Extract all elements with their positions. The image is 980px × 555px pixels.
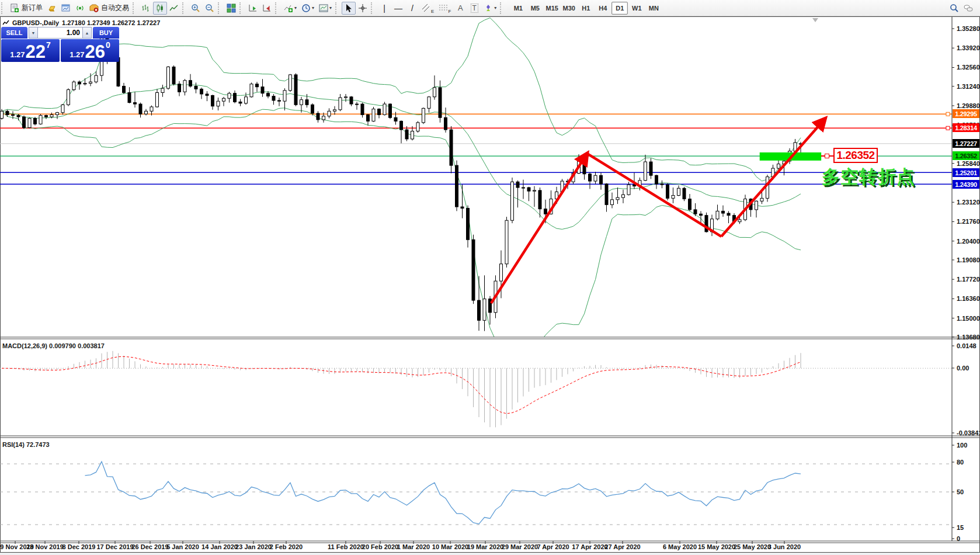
label-tool-button[interactable]: T xyxy=(467,2,481,15)
cursor-icon xyxy=(344,4,353,13)
search-button[interactable] xyxy=(947,2,961,15)
trendline-tool-button[interactable]: / xyxy=(405,2,419,15)
bar-chart-icon xyxy=(141,4,151,13)
svg-text:26 Dec 2019: 26 Dec 2019 xyxy=(132,543,169,550)
crosshair-tool-button[interactable] xyxy=(356,2,370,15)
channel-tool-button[interactable]: E xyxy=(419,2,436,15)
toolbar-grip xyxy=(133,2,138,14)
tile-windows-button[interactable] xyxy=(224,2,238,15)
signals-button[interactable] xyxy=(73,2,87,15)
svg-text:17 Apr 2020: 17 Apr 2020 xyxy=(572,543,607,550)
zoom-in-button[interactable] xyxy=(189,2,203,15)
shapes-tool-button[interactable]: ▾ xyxy=(481,2,499,15)
label-tool-icon: T xyxy=(471,4,478,13)
market-watch-button[interactable] xyxy=(45,2,59,15)
svg-text:1.32560: 1.32560 xyxy=(957,64,980,71)
hline-tool-button[interactable]: — xyxy=(391,2,405,15)
symbol-title: GBPUSD-,Daily xyxy=(12,19,59,26)
svg-text:1.25840: 1.25840 xyxy=(957,160,980,167)
svg-text:7 Apr 2020: 7 Apr 2020 xyxy=(537,543,569,550)
templates-button[interactable]: ▾ xyxy=(317,2,334,15)
price-tag-resistance-upper[interactable]: 1.29295 xyxy=(953,109,979,118)
tab-timeframe-h4[interactable]: H4 xyxy=(595,2,611,15)
svg-text:1.29880: 1.29880 xyxy=(957,102,980,109)
bar-chart-mode-button[interactable] xyxy=(139,2,153,15)
svg-text:1.16360: 1.16360 xyxy=(957,295,980,302)
indicators-icon xyxy=(284,4,293,13)
cursor-tool-button[interactable] xyxy=(342,2,356,15)
shapes-icon xyxy=(484,4,493,13)
sell-tab[interactable]: SELL xyxy=(1,27,27,39)
toolbar-grip xyxy=(239,2,245,14)
indicators-button[interactable]: ▾ xyxy=(282,2,299,15)
line-chart-mode-button[interactable] xyxy=(167,2,181,15)
zoom-out-button[interactable] xyxy=(203,2,217,15)
auto-scroll-icon xyxy=(248,4,258,13)
tab-timeframe-h1[interactable]: H1 xyxy=(578,2,594,15)
price-callout-box[interactable]: 1.26352 xyxy=(833,148,878,163)
volume-input[interactable]: 1.00 xyxy=(38,27,82,39)
crosshair-icon xyxy=(358,4,367,13)
chart-shift-button[interactable] xyxy=(260,2,274,15)
svg-text:100: 100 xyxy=(957,442,967,449)
buy-tab[interactable]: BUY xyxy=(93,27,119,39)
fibonacci-label: F xyxy=(448,9,451,14)
price-tag-resistance-lower[interactable]: 1.28314 xyxy=(953,123,979,132)
svg-text:1.33920: 1.33920 xyxy=(957,44,980,51)
fibonacci-tool-button[interactable]: F xyxy=(436,2,453,15)
tab-timeframe-d1[interactable]: D1 xyxy=(611,2,628,15)
sell-price-prefix: 1.27 xyxy=(10,50,25,59)
tab-timeframe-m15[interactable]: M15 xyxy=(544,2,560,15)
callout-handle[interactable] xyxy=(825,154,829,158)
auto-trading-button[interactable]: 自动交易 xyxy=(87,2,131,15)
charts-window-button[interactable] xyxy=(59,2,73,15)
price-tag-pivot[interactable]: 1.26352 xyxy=(953,151,979,160)
buy-price-prefix: 1.27 xyxy=(69,50,84,59)
fibonacci-icon xyxy=(439,4,448,13)
periods-button[interactable]: ▾ xyxy=(299,2,317,15)
tab-timeframe-mn[interactable]: MN xyxy=(645,2,662,15)
svg-text:-0.038415: -0.038415 xyxy=(957,429,980,436)
trendline-icon: / xyxy=(411,4,413,13)
auto-trading-icon xyxy=(89,4,99,13)
chart-window-icon xyxy=(61,4,71,13)
tab-timeframe-m5[interactable]: M5 xyxy=(527,2,543,15)
price-tag-support-upper[interactable]: 1.25201 xyxy=(953,168,979,177)
candlestick-mode-button[interactable] xyxy=(153,2,167,15)
text-tool-button[interactable]: A xyxy=(453,2,467,15)
svg-text:1.21760: 1.21760 xyxy=(957,218,980,225)
auto-scroll-button[interactable] xyxy=(246,2,260,15)
chat-button[interactable] xyxy=(961,2,975,15)
svg-text:23 Jan 2020: 23 Jan 2020 xyxy=(235,543,272,550)
turning-point-annotation[interactable]: 多空转折点 xyxy=(822,165,915,189)
volume-decrease-button[interactable]: ▼ xyxy=(29,27,38,39)
zoom-out-icon xyxy=(205,4,214,13)
svg-text:1.35280: 1.35280 xyxy=(957,25,980,32)
periods-caret-icon: ▾ xyxy=(312,5,314,11)
new-order-button[interactable]: 新订单 xyxy=(8,2,45,15)
buy-price-button[interactable]: 1.27 26 0 xyxy=(61,39,119,62)
svg-text:25 May 2020: 25 May 2020 xyxy=(734,543,771,550)
vline-tool-button[interactable]: | xyxy=(377,2,391,15)
toolbar-grip xyxy=(275,2,280,14)
svg-text:0.00: 0.00 xyxy=(957,365,969,372)
tab-timeframe-m1[interactable]: M1 xyxy=(510,2,526,15)
hline-icon: — xyxy=(394,4,402,13)
volume-increase-button[interactable]: ▲ xyxy=(82,27,92,39)
svg-text:28 Nov 2019: 28 Nov 2019 xyxy=(26,543,64,550)
chart-shift-marker[interactable] xyxy=(812,18,818,22)
svg-text:5 Jan 2020: 5 Jan 2020 xyxy=(166,543,199,550)
macd-indicator-label: MACD(12,26,9) 0.009790 0.003817 xyxy=(2,342,105,349)
svg-text:8 Dec 2019: 8 Dec 2019 xyxy=(62,543,96,550)
sell-price-button[interactable]: 1.27 22 7 xyxy=(1,39,60,62)
price-tag-support-lower[interactable]: 1.24390 xyxy=(953,180,979,189)
tab-timeframe-w1[interactable]: W1 xyxy=(628,2,645,15)
shapes-caret-icon: ▾ xyxy=(494,5,496,11)
new-order-label: 新订单 xyxy=(22,3,43,13)
tab-timeframe-m30[interactable]: M30 xyxy=(561,2,577,15)
search-icon xyxy=(950,4,959,13)
svg-text:1.20400: 1.20400 xyxy=(957,238,980,245)
chart-canvas[interactable]: 1.352801.339201.325601.312401.298801.285… xyxy=(0,0,980,555)
svg-text:15 May 2020: 15 May 2020 xyxy=(698,543,735,550)
svg-text:50: 50 xyxy=(957,488,964,495)
